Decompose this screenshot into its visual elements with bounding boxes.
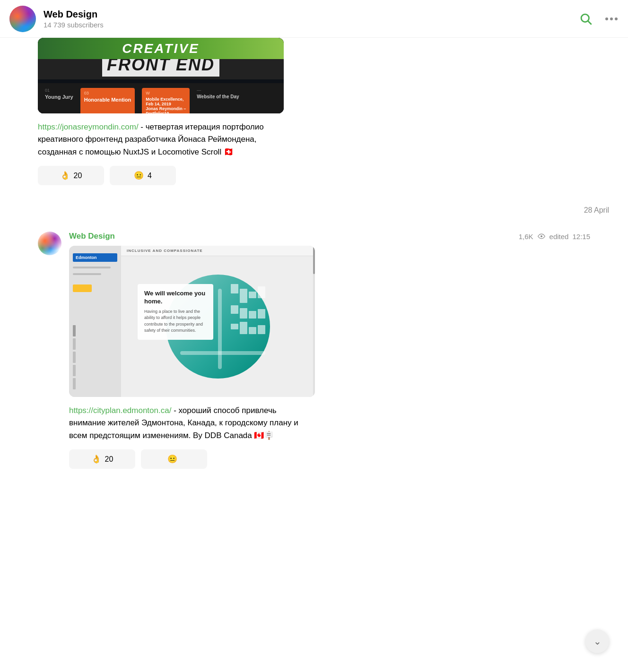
search-button[interactable] <box>579 12 593 26</box>
second-post-avatar[interactable] <box>38 232 61 255</box>
edmonton-header-strip: INCLUSIVE AND COMPASSIONATE <box>121 246 315 256</box>
second-reaction-ok-button[interactable]: 👌 20 <box>69 449 135 469</box>
header: Web Design 14 739 subscribers <box>0 0 628 38</box>
yellow-block <box>73 284 92 292</box>
city-circle: We will welcome you home. Having a place… <box>166 275 270 379</box>
edmonton-logo: Edmonton <box>73 253 117 262</box>
reaction-neutral-button[interactable]: 😐 4 <box>110 166 176 185</box>
map-body: Having a place to live and the ability t… <box>144 309 207 334</box>
road-vertical <box>218 289 222 369</box>
second-post-header: Web Design 1,6K edited 12:15 <box>38 232 590 473</box>
second-post-meta: Web Design 1,6K edited 12:15 <box>69 232 590 241</box>
views-icon <box>537 233 546 239</box>
post-image-container: CREATIVE FRONT END 01 Young Jury 03 Hono… <box>38 38 284 113</box>
award-honorable: 03 Honorable Mention <box>80 88 135 114</box>
first-post-text: https://jonasreymondin.com/ - четвертая … <box>38 121 284 158</box>
chevron-down-icon: ⌄ <box>593 636 602 647</box>
edited-label: edited <box>550 233 569 241</box>
award-website-day: — Website of the Day <box>197 88 239 114</box>
post-time: 12:15 <box>572 233 590 241</box>
ok-emoji: 👌 <box>60 171 70 181</box>
second-ok-emoji: 👌 <box>91 454 101 464</box>
edmonton-image: Edmonton <box>69 246 315 397</box>
channel-info: Web Design 14 739 subscribers <box>44 9 579 29</box>
scroll-to-bottom-button[interactable]: ⌄ <box>585 629 609 653</box>
second-post-author: Web Design <box>69 232 115 241</box>
content-area: CREATIVE FRONT END 01 Young Jury 03 Hono… <box>0 38 628 488</box>
second-post-content: Web Design 1,6K edited 12:15 <box>69 232 590 473</box>
award-young-jury: 01 Young Jury <box>45 88 73 114</box>
first-post-link[interactable]: https://jonasreymondin.com/ <box>38 122 139 131</box>
subscriber-count: 14 739 subscribers <box>44 21 579 29</box>
neutral-count: 4 <box>148 172 152 180</box>
scroll-thumb <box>313 246 315 274</box>
second-post-text: https://cityplan.edmonton.ca/ - хороший … <box>69 405 315 442</box>
edmonton-city-map: We will welcome you home. Having a place… <box>121 256 315 397</box>
second-reaction-neutral-button[interactable]: 😐 <box>141 449 207 469</box>
search-icon <box>579 12 593 26</box>
first-post-reactions: 👌 20 😐 4 <box>38 166 590 185</box>
edmonton-sidebar: Edmonton <box>69 246 121 397</box>
eye-svg <box>537 233 546 239</box>
second-post: Web Design 1,6K edited 12:15 <box>0 222 628 488</box>
creative-text: CREATIVE <box>122 41 200 56</box>
city-buildings <box>231 284 265 334</box>
second-post-link[interactable]: https://cityplan.edmonton.ca/ <box>69 406 171 415</box>
view-count: 1,6K <box>519 233 533 241</box>
second-post-reactions: 👌 20 😐 <box>69 449 590 469</box>
reaction-ok-button[interactable]: 👌 20 <box>38 166 104 185</box>
road-horizontal <box>180 351 265 355</box>
avatar[interactable] <box>9 6 36 32</box>
map-text-box: We will welcome you home. Having a place… <box>138 284 213 340</box>
second-post-meta-right: 1,6K edited 12:15 <box>519 233 590 241</box>
ok-count: 20 <box>74 172 82 180</box>
more-dots-icon <box>605 17 618 20</box>
second-neutral-emoji: 😐 <box>167 454 177 464</box>
svg-point-2 <box>541 235 542 237</box>
scroll-indicator <box>313 246 315 397</box>
header-actions <box>579 12 619 26</box>
channel-title: Web Design <box>44 9 579 20</box>
edmonton-main: INCLUSIVE AND COMPASSIONATE We will welc… <box>121 246 315 397</box>
svg-line-1 <box>588 21 591 24</box>
creative-frontend-image: CREATIVE FRONT END 01 Young Jury 03 Hono… <box>38 38 284 113</box>
awards-row: 01 Young Jury 03 Honorable Mention W Mob… <box>38 83 284 114</box>
second-ok-count: 20 <box>105 455 113 464</box>
neutral-emoji: 😐 <box>134 171 144 181</box>
map-heading: We will welcome you home. <box>144 290 207 306</box>
svg-point-0 <box>581 14 589 22</box>
more-options-button[interactable] <box>604 12 619 26</box>
date-separator: 28 April <box>0 198 628 222</box>
first-post: CREATIVE FRONT END 01 Young Jury 03 Hono… <box>0 38 628 198</box>
award-mobile: W Mobile Excellence,Feb 14, 2019Jonas Re… <box>142 88 190 114</box>
